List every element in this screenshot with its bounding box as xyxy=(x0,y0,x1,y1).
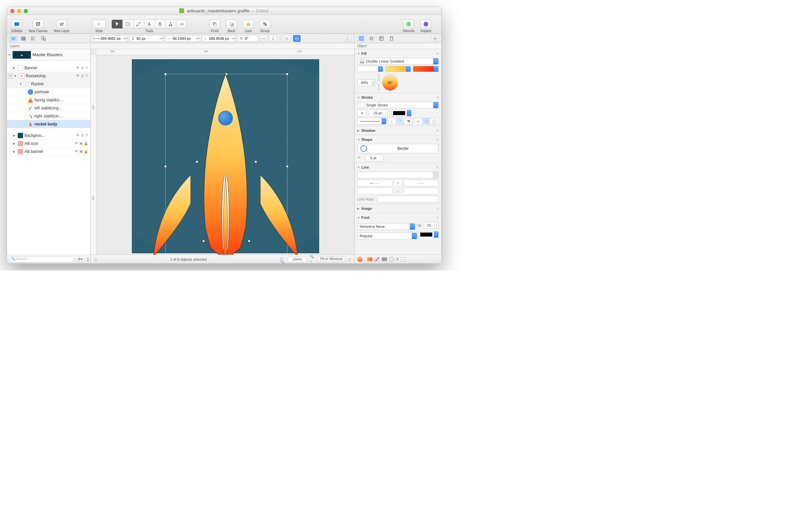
canvas-inspector-tab[interactable] xyxy=(377,35,386,42)
gradient-stop-2[interactable]: ⌄ xyxy=(385,66,411,72)
fill-type-popup[interactable]: Double Linear Gradient⌃⌄ xyxy=(357,58,439,64)
properties-inspector-tab[interactable] xyxy=(367,35,376,42)
line-tool[interactable] xyxy=(133,20,144,28)
porthole[interactable] xyxy=(218,111,233,126)
stencils-button[interactable] xyxy=(403,20,414,28)
disclosure-icon[interactable]: ▶ xyxy=(12,134,16,137)
layer-actions-button[interactable]: ⚙︎▾ xyxy=(76,256,85,262)
visibility-icon[interactable]: 👁 xyxy=(76,65,80,70)
section-menu-icon[interactable]: ≡ xyxy=(436,206,439,211)
object-row-right-fin[interactable]: right stabilizin… xyxy=(7,112,90,120)
group-button[interactable] xyxy=(260,20,270,28)
x-field[interactable]: ⟼▴▾ xyxy=(93,35,128,42)
h-input[interactable] xyxy=(208,36,232,40)
font-size-field[interactable]: 16▴▾ xyxy=(423,222,439,229)
print-icon[interactable]: 🖨 xyxy=(81,133,84,137)
gradient-midpoint-field[interactable]: 44%▴▾ xyxy=(357,79,376,86)
print-icon[interactable]: 🖨 xyxy=(81,65,84,70)
disclosure-icon[interactable]: ▼ xyxy=(7,53,12,57)
object-row-facing-fin[interactable]: facing stabilizi… xyxy=(7,96,90,104)
stroke-dash-popup[interactable]: ⌄ xyxy=(357,118,386,125)
font-weight-popup[interactable]: Regular⌃⌄ xyxy=(357,232,417,239)
gradient-angle-control[interactable]: 90° xyxy=(382,75,398,91)
zoom-icon[interactable] xyxy=(24,9,28,13)
corner-style-segment[interactable]: ┐◝◥ xyxy=(388,118,412,125)
unlock-icon[interactable]: ⊓ xyxy=(85,65,88,70)
favorite-text-icon[interactable]: A xyxy=(396,256,399,262)
flip-v-button[interactable] xyxy=(269,35,277,42)
document-inspector-tab[interactable] xyxy=(387,35,396,42)
shape-tool[interactable] xyxy=(122,20,133,28)
line-head-size[interactable] xyxy=(404,188,439,194)
zoom-in-icon[interactable]: 🔍﹢ xyxy=(309,254,314,264)
line-hops-popup[interactable]: ⌄ xyxy=(377,196,439,203)
artboard-icon[interactable]: ▣ xyxy=(79,149,83,154)
favorite-circle-icon[interactable] xyxy=(389,257,394,262)
rocket-group[interactable] xyxy=(165,74,286,254)
current-style-swatch[interactable] xyxy=(357,256,363,262)
front-button[interactable] xyxy=(209,20,220,28)
gradient-midpoint-slider[interactable] xyxy=(378,74,379,91)
disclosure-icon[interactable]: ▶ xyxy=(12,150,16,153)
left-fin[interactable] xyxy=(151,172,194,254)
shape-type-button[interactable]: Bezier xyxy=(357,144,439,153)
object-row-porthole[interactable]: porthole xyxy=(7,88,90,96)
y-field[interactable]: ↧▴▾ xyxy=(130,35,164,42)
visibility-icon[interactable]: 👁 xyxy=(76,133,80,137)
stroke-position-button[interactable]: ≡ xyxy=(357,110,367,116)
h-field[interactable]: ↕▴▾ xyxy=(202,35,236,42)
canvas[interactable]: 300 400 500 100 200 xyxy=(91,49,354,254)
shape-picker-button[interactable] xyxy=(344,35,351,42)
close-icon[interactable] xyxy=(11,9,14,13)
y-input[interactable] xyxy=(136,36,159,40)
selection-tool[interactable] xyxy=(112,20,122,28)
right-fin[interactable] xyxy=(257,172,301,254)
layers-tab-icon[interactable] xyxy=(9,35,18,42)
font-color-button[interactable]: ⌄ xyxy=(419,231,439,238)
align-button[interactable] xyxy=(284,35,291,42)
layer-row-banner[interactable]: ▶ Banner 👁🖨⊓ xyxy=(7,64,90,72)
unlock-icon[interactable]: ⊓ xyxy=(85,133,88,137)
new-canvas-button[interactable] xyxy=(33,20,43,28)
layer-row-rocketship[interactable]: ✎ ▼ ▲ Rocketship 👁🖨⊓ xyxy=(7,72,90,80)
diagram-tool[interactable] xyxy=(165,20,176,28)
guides-tab-icon[interactable] xyxy=(29,35,38,42)
new-layer-button[interactable] xyxy=(56,20,67,28)
flip-h-button[interactable] xyxy=(260,35,267,42)
section-menu-icon[interactable]: ≡ xyxy=(436,137,439,142)
w-input[interactable] xyxy=(172,36,195,40)
section-menu-icon[interactable]: ≡ xyxy=(436,215,439,220)
canvas-page[interactable] xyxy=(97,55,354,254)
stroke-color-button[interactable]: ⌄ xyxy=(391,110,411,116)
grid-button[interactable] xyxy=(293,35,301,42)
layer-list[interactable]: ▼ ▲ Master Blasters ▶ Banner 👁🖨⊓ ✎ ▼ ▲ xyxy=(7,49,90,254)
section-menu-icon[interactable]: ≡ xyxy=(436,128,439,133)
line-tail-popup[interactable]: ◂—— xyxy=(357,180,392,186)
resize-handle-icon[interactable]: ||| xyxy=(94,257,97,261)
w-field[interactable]: ↔▴▾ xyxy=(166,35,200,42)
section-menu-icon[interactable]: ≡ xyxy=(436,95,439,100)
favorite-fill-icon[interactable] xyxy=(367,257,372,261)
favorite-nofill-icon[interactable] xyxy=(375,257,380,261)
cap-style-segment[interactable]: ▭▢◯ xyxy=(414,118,439,125)
layer-row-ab-banner[interactable]: ▶ AB:banner 👁▣🔒 xyxy=(7,148,90,156)
zoom-out-icon[interactable]: ⚊🔍 xyxy=(280,254,285,264)
selection-tab-icon[interactable] xyxy=(39,35,48,42)
object-inspector-tab[interactable] xyxy=(357,35,366,42)
resize-handle-icon[interactable]: ||| xyxy=(348,257,351,261)
visibility-icon[interactable]: 👁 xyxy=(76,74,80,78)
back-button[interactable] xyxy=(226,20,237,28)
lock-icon[interactable]: 🔒 xyxy=(84,149,88,154)
section-menu-icon[interactable]: ≡ xyxy=(436,51,439,56)
visibility-icon[interactable]: 👁 xyxy=(75,149,78,154)
stroke-type-popup[interactable]: Single Stroke⌃⌄ xyxy=(357,102,439,109)
canvas-row[interactable]: ▼ ▲ Master Blasters xyxy=(7,49,90,60)
disclosure-icon[interactable]: ▼ xyxy=(13,74,18,78)
line-tail-size[interactable] xyxy=(357,188,392,194)
gradient-stop-3[interactable]: ⌄ xyxy=(413,66,439,72)
corner-radius-field[interactable]: 0 pt▴▾ xyxy=(365,155,385,161)
line-head-popup[interactable]: —— xyxy=(404,180,439,186)
inspect-button[interactable]: i xyxy=(421,20,431,28)
x-input[interactable] xyxy=(100,36,123,40)
window-title[interactable]: artboards_masterblasters.graffle — Edite… xyxy=(31,8,421,13)
